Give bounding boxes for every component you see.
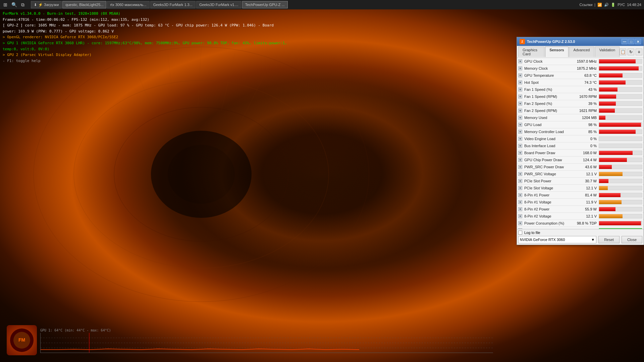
sensor-dropdown-btn[interactable]: ▼ (518, 228, 522, 229)
sensor-name: ▼PWR_SRC Power Draw (518, 165, 572, 169)
reset-button[interactable]: Reset (598, 236, 620, 243)
sensor-label: GPU Clock (524, 59, 542, 63)
sensor-label: Fan 1 Speed (RPM) (524, 95, 557, 99)
log-checkbox[interactable] (518, 231, 522, 235)
taskbar-btn-geeks3d1[interactable]: Geeks3D FurMark 1.3... (150, 1, 196, 8)
sensor-name: ▼PerfCap Reason (518, 228, 572, 229)
tab-validation[interactable]: Validation (595, 47, 620, 57)
sensor-row: ▼Hot Spot74.3 °C (517, 79, 644, 86)
sensor-bar-container (599, 207, 642, 212)
sensor-name: ▼Fan 1 Speed (%) (518, 87, 572, 92)
sensor-label: GPU Load (524, 123, 541, 127)
sensor-name: ▼GPU Chip Power Draw (518, 158, 572, 162)
taskbar-btn-questic[interactable]: questic, BlackLight25... (62, 1, 106, 8)
sensor-dropdown-btn[interactable]: ▼ (518, 200, 522, 204)
sensor-dropdown-btn[interactable]: ▼ (518, 59, 522, 63)
sensor-name: ▼PCIe Slot Power (518, 179, 572, 183)
sensor-row: ▼PWR_SRC Voltage12.1 V (517, 171, 644, 178)
sensor-dropdown-btn[interactable]: ▼ (518, 123, 522, 127)
sensor-bar-container (599, 73, 642, 78)
minimize-button[interactable]: — (622, 39, 628, 44)
btn-row: NVIDIA GeForce RTX 3060 ▼ Reset Close (518, 236, 642, 243)
sensor-bar (599, 193, 621, 197)
sensor-dropdown-btn[interactable]: ▼ (518, 109, 522, 113)
sensor-bar-container (599, 59, 642, 64)
sensor-name: ▼PWR_SRC Voltage (518, 172, 572, 176)
sensor-row: ▼PerfCap ReasonPwr (517, 227, 644, 229)
sensor-dropdown-btn[interactable]: ▼ (518, 130, 522, 134)
tab-advanced[interactable]: Advanced (569, 47, 594, 57)
tab-graphics-card[interactable]: Graphics Card (518, 47, 544, 57)
menu-button[interactable]: ≡ (636, 49, 642, 55)
sensor-name: ▼Fan 2 Speed (RPM) (518, 109, 572, 113)
sensor-bar (599, 186, 608, 190)
sensor-row: ▼8-Pin #1 Voltage11.9 V (517, 199, 644, 206)
rtx-label: rtx 3060 максималь... (110, 3, 146, 7)
sensor-bar-container (599, 143, 642, 148)
sensor-bar-container (599, 80, 642, 85)
sensor-bar (599, 59, 636, 63)
sensor-bar (599, 116, 605, 120)
sensor-dropdown-btn[interactable]: ▼ (518, 221, 522, 225)
sensor-name: ▼Hot Spot (518, 80, 572, 84)
gpuz-win-controls: — □ ✕ (622, 39, 641, 44)
sensor-dropdown-btn[interactable]: ▼ (518, 102, 522, 106)
sensor-dropdown-btn[interactable]: ▼ (518, 179, 522, 183)
sensor-bar-container (599, 108, 642, 113)
sensor-value: 11.9 V (572, 200, 599, 204)
sensor-dropdown-btn[interactable]: ▼ (518, 165, 522, 169)
sensor-dropdown-btn[interactable]: ▼ (518, 144, 522, 148)
search-button[interactable]: 🔍 (10, 1, 18, 9)
taskbar-btn-geeks3d2[interactable]: Geeks3D FurMark v1.... (196, 1, 241, 8)
sensor-row: ▼Memory Controller Load85 % (517, 128, 644, 135)
sensor-dropdown-btn[interactable]: ▼ (518, 73, 522, 77)
sensor-dropdown-btn[interactable]: ▼ (518, 66, 522, 70)
refresh-button[interactable]: ↻ (628, 49, 634, 55)
furmark-logo-svg: FM (8, 327, 35, 354)
sensor-label: Memory Controller Load (524, 130, 564, 134)
sensor-label: 8-Pin #1 Voltage (524, 200, 551, 204)
temp-chart-svg (41, 333, 493, 353)
taskbar-btn-rtx[interactable]: rtx 3060 максималь... (107, 1, 149, 8)
sensor-label: Bus Interface Load (524, 144, 555, 148)
close-window-button[interactable]: ✕ (635, 39, 641, 44)
gpuz-titlebar: Z TechPowerUp GPU-Z 2.53.0 — □ ✕ (517, 37, 644, 46)
sensor-dropdown-btn[interactable]: ▼ (518, 186, 522, 190)
sensor-name: ▼Memory Clock (518, 66, 572, 70)
sensor-bar-container (599, 186, 642, 190)
questic-label: questic, BlackLight25... (65, 3, 103, 7)
sensor-dropdown-btn[interactable]: ▼ (518, 87, 522, 92)
gpuz-tabs: Graphics Card Sensors Advanced Validatio… (518, 47, 620, 57)
copy-button[interactable]: 📋 (620, 49, 626, 55)
sensor-dropdown-btn[interactable]: ▼ (518, 95, 522, 99)
sensor-dropdown-btn[interactable]: ▼ (518, 214, 522, 218)
restore-button[interactable]: □ (628, 39, 634, 44)
taskbar-btn-downloads[interactable]: ⬇ ⚡ Загрузки (31, 1, 62, 8)
start-button[interactable]: ⊞ (1, 1, 9, 9)
taskview-button[interactable]: ⧉ (19, 1, 27, 9)
sensor-row: ▼8-Pin #1 Power81.4 W (517, 192, 644, 199)
sensor-label: Fan 2 Speed (RPM) (524, 109, 557, 113)
gpuz-toolbar: Graphics Card Sensors Advanced Validatio… (517, 46, 644, 58)
sensor-dropdown-btn[interactable]: ▼ (518, 207, 522, 211)
sensor-dropdown-btn[interactable]: ▼ (518, 137, 522, 141)
sensor-value: 98.8 % TDP (572, 221, 599, 225)
info-line-7: - F1: toggle help (3, 58, 289, 64)
sensor-dropdown-btn[interactable]: ▼ (518, 116, 522, 120)
info-line-3: [ GPU-Z ] core: 1605 MHz - mem: 1875 MHz… (3, 22, 289, 34)
gpu-selector[interactable]: NVIDIA GeForce RTX 3060 ▼ (518, 236, 596, 243)
sensor-value: 1204 MB (572, 116, 599, 120)
sensor-dropdown-btn[interactable]: ▼ (518, 158, 522, 162)
sensor-dropdown-btn[interactable]: ▼ (518, 151, 522, 155)
sensor-dropdown-btn[interactable]: ▼ (518, 193, 522, 197)
sensor-bar-container (599, 101, 642, 106)
sensor-dropdown-btn[interactable]: ▼ (518, 172, 522, 176)
taskbar-btn-gpuz[interactable]: TechPowerUp GPU-Z ... (242, 1, 288, 8)
sensor-name: ▼GPU Load (518, 123, 572, 127)
tab-sensors[interactable]: Sensors (545, 47, 568, 57)
sensor-dropdown-btn[interactable]: ▼ (518, 80, 522, 84)
sensor-value: 1670 RPM (572, 95, 599, 99)
close-button[interactable]: Close (622, 236, 642, 243)
sensor-bar (599, 158, 627, 162)
sensor-bar (599, 151, 633, 155)
